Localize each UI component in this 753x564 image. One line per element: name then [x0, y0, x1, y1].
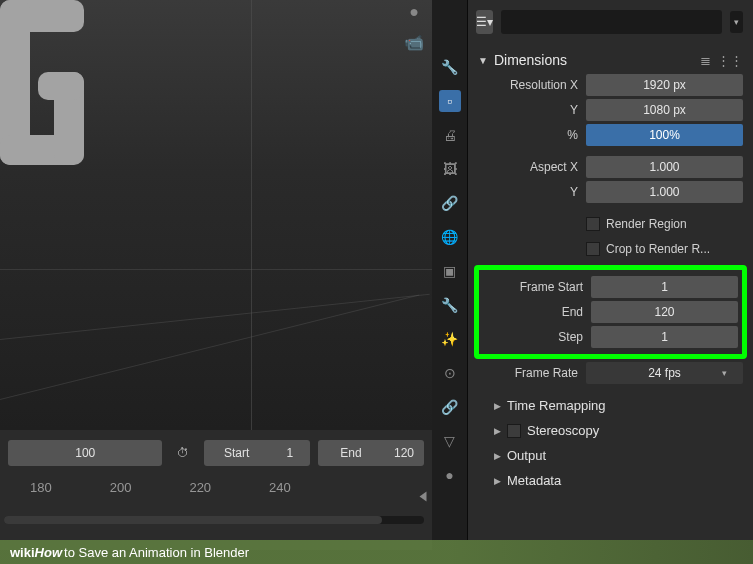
- output-section[interactable]: ▶Output: [468, 442, 753, 467]
- physics-tab-icon[interactable]: ⊙: [439, 362, 461, 384]
- disclosure-right-icon: ▶: [494, 451, 501, 461]
- search-input[interactable]: [501, 10, 722, 34]
- options-dropdown[interactable]: ▾: [730, 11, 743, 33]
- timeline-ruler[interactable]: 180 200 220 240: [0, 476, 432, 495]
- material-tab-icon[interactable]: ●: [439, 464, 461, 486]
- crop-render-checkbox[interactable]: [586, 242, 600, 256]
- current-frame-field[interactable]: 100: [8, 440, 162, 466]
- stereoscopy-section[interactable]: ▶Stereoscopy: [468, 417, 753, 442]
- start-frame-field[interactable]: Start1: [204, 440, 310, 466]
- editor-type-button[interactable]: ☰▾: [476, 10, 493, 34]
- camera-icon[interactable]: 📹: [402, 30, 426, 54]
- frame-start-field[interactable]: 1: [591, 276, 738, 298]
- aspect-y-field[interactable]: 1.000: [586, 181, 743, 203]
- wikihow-logo: wikiHow: [10, 545, 62, 560]
- metadata-section[interactable]: ▶Metadata: [468, 467, 753, 492]
- frame-step-field[interactable]: 1: [591, 326, 738, 348]
- timeline-scrollbar[interactable]: [4, 516, 424, 524]
- timeline-panel: 100 ⏱ Start1 End120 180 200 220 240: [0, 430, 432, 550]
- disclosure-right-icon: ▶: [494, 401, 501, 411]
- list-icon[interactable]: ≣: [700, 53, 711, 68]
- resolution-x-field[interactable]: 1920 px: [586, 74, 743, 96]
- frame-range-highlight: Frame Start1 End120 Step1: [474, 265, 747, 359]
- viewport-3d[interactable]: ● 📹: [0, 0, 432, 430]
- properties-panel: ☰▾ ⌕ ▾ ▼ Dimensions ≣⋮⋮ Resolution X1920…: [468, 0, 753, 540]
- caption-bar: wikiHow to Save an Animation in Blender: [0, 540, 753, 564]
- viewport-object: [0, 0, 85, 175]
- disclosure-down-icon: ▼: [478, 55, 488, 66]
- tool-tab-icon[interactable]: 🔧: [439, 56, 461, 78]
- object-tab-icon[interactable]: ▣: [439, 260, 461, 282]
- render-tab-icon[interactable]: ▫: [439, 90, 461, 112]
- properties-tabs: 🔧 ▫ 🖨 🖼 🔗 🌐 ▣ 🔧 ✨ ⊙ 🔗 ▽ ●: [432, 0, 468, 540]
- stereoscopy-checkbox[interactable]: [507, 424, 521, 438]
- disclosure-right-icon: ▶: [494, 476, 501, 486]
- end-frame-field[interactable]: End120: [318, 440, 424, 466]
- gizmo-ball-icon[interactable]: ●: [402, 0, 426, 24]
- time-remapping-section[interactable]: ▶Time Remapping: [468, 392, 753, 417]
- output-tab-icon[interactable]: 🖨: [439, 124, 461, 146]
- scene-tab-icon[interactable]: 🔗: [439, 192, 461, 214]
- resolution-percent-field[interactable]: 100%: [586, 124, 743, 146]
- disclosure-right-icon: ▶: [494, 426, 501, 436]
- presets-icon[interactable]: ⋮⋮: [717, 53, 743, 68]
- modifier-tab-icon[interactable]: 🔧: [439, 294, 461, 316]
- frame-end-field[interactable]: 120: [591, 301, 738, 323]
- viewlayer-tab-icon[interactable]: 🖼: [439, 158, 461, 180]
- dimensions-header[interactable]: ▼ Dimensions ≣⋮⋮: [468, 48, 753, 72]
- aspect-x-field[interactable]: 1.000: [586, 156, 743, 178]
- render-region-checkbox[interactable]: [586, 217, 600, 231]
- frame-rate-dropdown[interactable]: 24 fps: [586, 362, 743, 384]
- collapse-icon[interactable]: [420, 492, 427, 502]
- constraint-tab-icon[interactable]: 🔗: [439, 396, 461, 418]
- data-tab-icon[interactable]: ▽: [439, 430, 461, 452]
- stopwatch-icon[interactable]: ⏱: [170, 440, 195, 466]
- particle-tab-icon[interactable]: ✨: [439, 328, 461, 350]
- world-tab-icon[interactable]: 🌐: [439, 226, 461, 248]
- resolution-y-field[interactable]: 1080 px: [586, 99, 743, 121]
